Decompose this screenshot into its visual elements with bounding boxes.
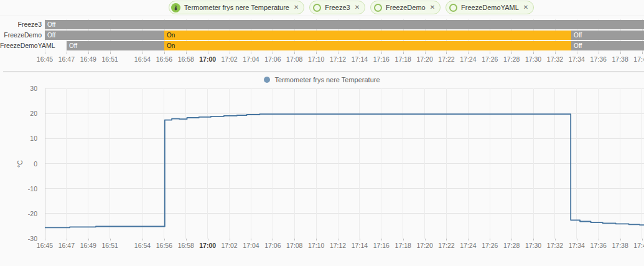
axis-tick-label: 16:54 — [131, 55, 154, 63]
chip-close-icon[interactable]: ✕ — [294, 4, 299, 11]
axis-tick-mark — [360, 52, 360, 54]
axis-tick-label: 16:47 — [55, 55, 78, 63]
axis-tick-label: 17:36 — [587, 55, 610, 63]
axis-tick-mark — [294, 239, 295, 240]
timeline-segment-off[interactable]: Off — [67, 41, 164, 50]
chip-close-icon[interactable]: ✕ — [355, 4, 360, 11]
axis-tick-label: 17:24 — [457, 242, 479, 249]
y-axis-tick-label: 10 — [12, 135, 37, 142]
axis-tick-label: 17:18 — [392, 242, 414, 249]
axis-tick-label: 17:14 — [348, 55, 371, 63]
filter-chip-freeze3[interactable]: Freeze3✕ — [309, 1, 365, 14]
axis-tick-mark — [338, 52, 338, 54]
axis-tick-label: 16:58 — [175, 55, 197, 63]
axis-tick-mark — [45, 239, 45, 240]
circle-outline-icon — [313, 4, 321, 12]
y-axis-tick-label: 20 — [12, 110, 37, 117]
axis-tick-label: 17:30 — [522, 242, 544, 249]
axis-tick-label: 17:24 — [457, 55, 479, 63]
axis-tick-mark — [425, 239, 426, 240]
temperature-chart: Termometer frys nere Temperature °C 3020… — [0, 72, 644, 266]
axis-tick-mark — [67, 52, 67, 54]
axis-tick-label: 17:02 — [218, 242, 241, 249]
temperature-line-svg — [45, 88, 644, 239]
chip-close-icon[interactable]: ✕ — [430, 4, 435, 11]
axis-tick-label: 16:49 — [77, 242, 100, 249]
y-axis-tick-label: -10 — [12, 185, 37, 192]
timeline-segment-off[interactable]: Off — [571, 31, 644, 40]
filter-chip-freezedemoyaml[interactable]: FreezeDemoYAML✕ — [446, 1, 534, 14]
axis-tick-mark — [599, 239, 599, 240]
axis-tick-label: 17:32 — [544, 242, 566, 249]
chart-legend[interactable]: Termometer frys nere Temperature — [0, 76, 644, 83]
axis-tick-label: 17:18 — [392, 55, 414, 63]
axis-tick-label: 17:08 — [283, 55, 306, 63]
chart-plot-area[interactable] — [45, 88, 644, 239]
axis-tick-mark — [88, 239, 89, 240]
axis-tick-mark — [186, 239, 187, 240]
timeline-segment-on[interactable]: On — [164, 31, 571, 40]
axis-tick-mark — [294, 52, 295, 54]
axis-tick-mark — [511, 239, 512, 240]
axis-tick-mark — [511, 52, 512, 54]
axis-tick-mark — [381, 52, 382, 54]
timeline-row-bars: Off — [45, 20, 644, 29]
axis-tick-label: 17:32 — [544, 55, 566, 63]
axis-tick-label: 17:28 — [500, 55, 523, 63]
axis-tick-label: 17:30 — [522, 55, 544, 63]
filter-chip-freezedemo[interactable]: FreezeDemo✕ — [370, 1, 441, 14]
axis-tick-mark — [67, 239, 67, 240]
axis-tick-label: 17:20 — [414, 55, 436, 63]
axis-tick-label: 17:04 — [240, 242, 262, 249]
axis-tick-label: 16:51 — [99, 55, 121, 63]
timeline-row-freezedemo: FreezeDemoOffOnOff — [0, 31, 644, 40]
circle-outline-icon — [374, 4, 382, 12]
timeline-segment-off[interactable]: Off — [45, 31, 164, 40]
axis-tick-label: 16:56 — [153, 55, 175, 63]
thermometer-icon — [171, 3, 180, 12]
axis-tick-mark — [468, 52, 469, 54]
axis-tick-mark — [230, 52, 230, 54]
axis-tick-label: 17:12 — [327, 242, 349, 249]
chip-close-icon[interactable]: ✕ — [523, 4, 528, 11]
axis-tick-mark — [273, 239, 273, 240]
axis-tick-mark — [490, 239, 490, 240]
axis-tick-mark — [533, 239, 534, 240]
axis-tick-label: 17:16 — [370, 242, 393, 249]
axis-tick-label: 17:34 — [566, 55, 588, 63]
axis-tick-mark — [142, 52, 143, 54]
axis-tick-mark — [446, 52, 447, 54]
axis-tick-label: 16:56 — [153, 242, 175, 249]
chip-label: Freeze3 — [325, 4, 350, 11]
timeline-segment-off[interactable]: Off — [571, 41, 644, 50]
axis-tick-mark — [186, 52, 187, 54]
y-axis-tick-label: -20 — [12, 210, 37, 217]
axis-tick-label: 17:06 — [261, 55, 284, 63]
axis-tick-mark — [577, 52, 577, 54]
axis-tick-mark — [577, 239, 577, 240]
axis-tick-label: 17:36 — [587, 242, 610, 249]
axis-tick-mark — [425, 52, 426, 54]
axis-tick-mark — [620, 239, 621, 240]
axis-tick-label: 16:54 — [131, 242, 154, 249]
axis-tick-label: 17:10 — [305, 55, 327, 63]
timeline-segment-off[interactable]: Off — [45, 20, 644, 29]
timeline-segment-on[interactable]: On — [164, 41, 571, 50]
axis-tick-mark — [251, 52, 251, 54]
axis-tick-label: 17:22 — [435, 242, 457, 249]
axis-tick-label: 17:16 — [370, 55, 393, 63]
axis-tick-label: 17:00 — [197, 55, 219, 63]
axis-tick-label: 17:26 — [478, 242, 501, 249]
axis-tick-label: 17:34 — [566, 242, 588, 249]
axis-tick-mark — [316, 239, 317, 240]
timeline-time-axis: 16:4516:4716:4916:5116:5416:5616:5817:00… — [45, 52, 644, 67]
axis-tick-mark — [599, 52, 599, 54]
timeline-row-freezedemoyaml: FreezeDemoYAMLOffOnOff — [0, 41, 644, 50]
filter-chips-bar: Termometer frys nere Temperature✕Freeze3… — [29, 0, 644, 15]
axis-tick-label: 16:51 — [99, 242, 121, 249]
axis-tick-label: 17:02 — [218, 55, 241, 63]
filter-chip-termometer-frys-nere-temperature[interactable]: Termometer frys nere Temperature✕ — [169, 1, 305, 14]
chip-label: FreezeDemoYAML — [461, 4, 519, 11]
axis-tick-label: 17:28 — [500, 242, 523, 249]
axis-tick-mark — [110, 239, 111, 240]
